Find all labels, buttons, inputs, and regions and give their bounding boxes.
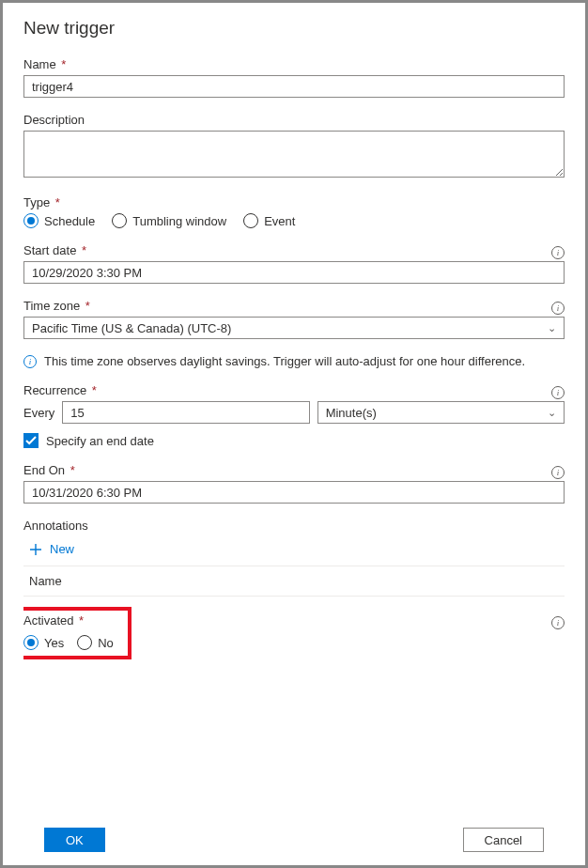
activated-radio-yes[interactable]: Yes <box>23 635 64 650</box>
recurrence-label: Recurrence * <box>23 383 97 397</box>
type-radio-tumbling-window[interactable]: Tumbling window <box>112 213 226 228</box>
dst-note-text: This time zone observes daylight savings… <box>44 354 525 368</box>
description-field-group: Description <box>23 113 565 180</box>
annotations-field-group: Annotations New Name <box>23 519 565 597</box>
info-icon[interactable]: i <box>551 616 565 629</box>
chevron-down-icon: ⌄ <box>548 407 556 419</box>
type-label-text: Type <box>23 195 50 209</box>
end-on-label: End On * <box>23 463 75 477</box>
type-radio-event[interactable]: Event <box>243 213 295 228</box>
radio-circle-icon <box>112 213 127 228</box>
panel-footer: OK Cancel <box>23 816 565 865</box>
info-icon[interactable]: i <box>551 466 565 479</box>
activated-label: Activated * <box>23 613 84 628</box>
type-option-tumbling-label: Tumbling window <box>132 214 226 228</box>
cancel-button[interactable]: Cancel <box>463 828 544 852</box>
description-textarea[interactable] <box>23 131 565 178</box>
radio-circle-icon <box>23 635 39 650</box>
end-on-input[interactable] <box>23 481 565 504</box>
info-icon[interactable]: i <box>551 302 565 315</box>
start-date-input[interactable] <box>23 261 565 284</box>
description-label: Description <box>23 113 565 127</box>
type-option-event-label: Event <box>264 214 295 228</box>
type-radio-group: Schedule Tumbling window Event <box>23 213 565 228</box>
every-label: Every <box>23 406 54 420</box>
time-zone-label: Time zone * <box>23 299 90 313</box>
radio-circle-icon <box>77 635 92 650</box>
required-indicator: * <box>79 613 84 628</box>
activated-yes-label: Yes <box>44 636 64 650</box>
name-label: Name * <box>23 57 565 71</box>
recurrence-unit-dropdown[interactable]: Minute(s) ⌄ <box>317 401 565 424</box>
type-field-group: Type * Schedule Tumbling window Event <box>23 195 565 228</box>
name-field-group: Name * <box>23 57 565 98</box>
required-indicator: * <box>55 195 60 209</box>
activated-radio-group: Yes No <box>23 635 565 650</box>
type-radio-schedule[interactable]: Schedule <box>23 213 95 228</box>
time-zone-dropdown[interactable]: Pacific Time (US & Canada) (UTC-8) ⌄ <box>23 317 565 339</box>
activated-radio-no[interactable]: No <box>77 635 114 650</box>
annotations-new-label: New <box>50 542 74 556</box>
dst-note: i This time zone observes daylight savin… <box>23 354 565 368</box>
end-on-field-group: End On * i <box>23 463 565 504</box>
time-zone-label-text: Time zone <box>23 299 80 313</box>
recurrence-every-input[interactable] <box>62 401 309 424</box>
required-indicator: * <box>92 383 97 397</box>
info-icon[interactable]: i <box>551 386 565 399</box>
radio-circle-icon <box>23 213 39 228</box>
info-icon: i <box>23 355 37 368</box>
start-date-field-group: Start date * i <box>23 243 565 284</box>
plus-icon <box>29 543 42 556</box>
required-indicator: * <box>70 463 75 477</box>
end-on-label-text: End On <box>23 463 65 477</box>
recurrence-label-text: Recurrence <box>23 383 86 397</box>
time-zone-value: Pacific Time (US & Canada) (UTC-8) <box>32 321 231 335</box>
annotations-label: Annotations <box>23 519 565 533</box>
type-option-schedule-label: Schedule <box>44 214 95 228</box>
panel-title: New trigger <box>23 18 565 39</box>
activated-no-label: No <box>98 636 114 650</box>
specify-end-date-label: Specify an end date <box>46 434 154 448</box>
annotations-column-header: Name <box>23 566 565 597</box>
activated-label-text: Activated <box>23 613 73 628</box>
required-indicator: * <box>85 299 90 313</box>
annotations-new-button[interactable]: New <box>23 536 565 566</box>
trigger-config-panel: New trigger Name * Description Type * <box>3 3 585 865</box>
radio-circle-icon <box>243 213 258 228</box>
recurrence-field-group: Recurrence * i Every Minute(s) ⌄ Specify… <box>23 383 565 448</box>
specify-end-date-checkbox[interactable]: Specify an end date <box>23 433 565 448</box>
info-icon[interactable]: i <box>551 246 565 259</box>
required-indicator: * <box>61 57 66 71</box>
time-zone-field-group: Time zone * i Pacific Time (US & Canada)… <box>23 299 565 339</box>
start-date-label-text: Start date <box>23 243 76 257</box>
ok-button[interactable]: OK <box>44 828 105 852</box>
name-input[interactable] <box>23 75 565 98</box>
checkbox-checked-icon <box>23 433 39 448</box>
start-date-label: Start date * <box>23 243 86 257</box>
type-label: Type * <box>23 195 565 209</box>
recurrence-unit-value: Minute(s) <box>326 406 377 420</box>
required-indicator: * <box>82 243 86 257</box>
form-scroll-area: Name * Description Type * Schedule <box>23 57 565 816</box>
activated-field-group: Activated * i Yes No <box>23 613 565 650</box>
chevron-down-icon: ⌄ <box>548 322 556 334</box>
name-label-text: Name <box>23 57 56 71</box>
